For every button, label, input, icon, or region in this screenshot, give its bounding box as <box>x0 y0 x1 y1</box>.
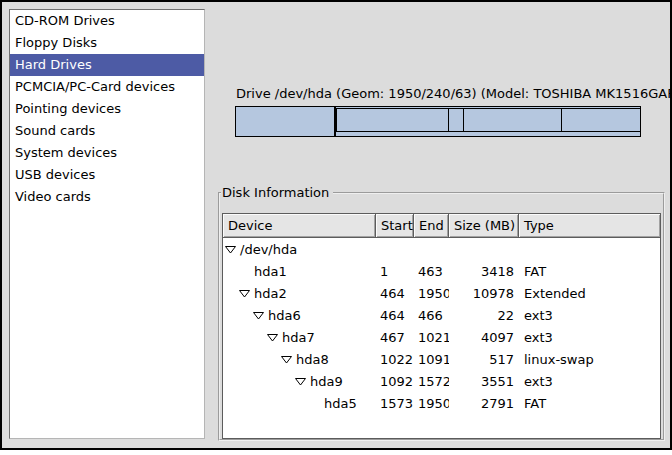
cell-type: Extended <box>519 286 660 301</box>
cell-end: 1950 <box>414 396 449 411</box>
device-label: hda9 <box>310 374 343 389</box>
device-label: hda6 <box>268 308 301 323</box>
table-row-hda8[interactable]: hda810221091517linux-swap <box>223 348 660 370</box>
sidebar-item-video-cards[interactable]: Video cards <box>10 186 204 208</box>
device-label: /dev/hda <box>240 242 297 257</box>
expander-icon[interactable] <box>295 377 310 386</box>
cell-end: 1572 <box>414 374 449 389</box>
cell-size: 2791 <box>449 396 519 411</box>
sidebar-item-cd-rom-drives[interactable]: CD-ROM Drives <box>10 10 204 32</box>
cell-start: 1092 <box>376 374 414 389</box>
cell-device: hda6 <box>223 308 376 323</box>
frame-label: Disk Information <box>221 185 333 200</box>
cell-type: ext3 <box>519 330 660 345</box>
cell-device: hda1 <box>223 264 376 279</box>
table-body: /dev/hdahda114633418FAThda2464195010978E… <box>223 238 660 414</box>
device-label: hda7 <box>282 330 315 345</box>
column-header-size-mb[interactable]: Size (MB) <box>449 214 519 238</box>
cell-size: 517 <box>449 352 519 367</box>
cell-start: 464 <box>376 286 414 301</box>
disk-table: DeviceStartEndSize (MB)Type /dev/hdahda1… <box>222 213 661 439</box>
cell-start: 464 <box>376 308 414 323</box>
table-row-hda6[interactable]: hda646446622ext3 <box>223 304 660 326</box>
cell-size: 3551 <box>449 374 519 389</box>
expander-icon[interactable] <box>267 333 282 342</box>
column-header-start[interactable]: Start <box>376 214 414 238</box>
cell-type: ext3 <box>519 308 660 323</box>
partition-segment-hda9 <box>464 109 562 131</box>
cell-device: hda2 <box>223 286 376 301</box>
table-row-hda9[interactable]: hda9109215723551ext3 <box>223 370 660 392</box>
sidebar-item-sound-cards[interactable]: Sound cards <box>10 120 204 142</box>
expander-icon[interactable] <box>239 289 254 298</box>
device-label: hda2 <box>254 286 287 301</box>
column-header-device[interactable]: Device <box>223 214 376 238</box>
cell-type: ext3 <box>519 374 660 389</box>
sidebar-list[interactable]: CD-ROM DrivesFloppy DisksHard DrivesPCMC… <box>9 9 205 439</box>
cell-start: 1022 <box>376 352 414 367</box>
cell-size: 3418 <box>449 264 519 279</box>
partition-logical-segments <box>336 108 640 132</box>
hardware-browser-window: CD-ROM DrivesFloppy DisksHard DrivesPCMC… <box>0 0 672 450</box>
cell-device: hda7 <box>223 330 376 345</box>
cell-end: 1091 <box>414 352 449 367</box>
cell-end: 1950 <box>414 286 449 301</box>
column-header-end[interactable]: End <box>414 214 449 238</box>
sidebar-item-hard-drives[interactable]: Hard Drives <box>10 54 204 76</box>
cell-type: linux-swap <box>519 352 660 367</box>
table-row-hda5[interactable]: hda5157319502791FAT <box>223 392 660 414</box>
cell-end: 463 <box>414 264 449 279</box>
cell-end: 1021 <box>414 330 449 345</box>
table-row-hda1[interactable]: hda114633418FAT <box>223 260 660 282</box>
column-header-type[interactable]: Type <box>519 214 660 238</box>
device-label: hda8 <box>296 352 329 367</box>
table-row-hda7[interactable]: hda746710214097ext3 <box>223 326 660 348</box>
partition-segment-hda7 <box>337 109 449 131</box>
expander-icon[interactable] <box>225 245 240 254</box>
table-row-dev-hda[interactable]: /dev/hda <box>223 238 660 260</box>
cell-size: 10978 <box>449 286 519 301</box>
sidebar-item-pcmcia-pc-card-devices[interactable]: PCMCIA/PC-Card devices <box>10 76 204 98</box>
sidebar-item-pointing-devices[interactable]: Pointing devices <box>10 98 204 120</box>
drive-label: Drive /dev/hda (Geom: 1950/240/63) (Mode… <box>236 86 672 101</box>
cell-device: hda9 <box>223 374 376 389</box>
cell-device: hda8 <box>223 352 376 367</box>
expander-icon[interactable] <box>253 311 268 320</box>
partition-segment-hda8 <box>449 109 464 131</box>
expander-icon[interactable] <box>281 355 296 364</box>
partition-segment-hda5 <box>562 109 640 131</box>
cell-start: 467 <box>376 330 414 345</box>
cell-device: hda5 <box>223 396 376 411</box>
sidebar-item-usb-devices[interactable]: USB devices <box>10 164 204 186</box>
table-row-hda2[interactable]: hda2464195010978Extended <box>223 282 660 304</box>
partition-segment-hda1 <box>236 107 335 136</box>
partition-segment-extended <box>335 107 640 136</box>
cell-size: 4097 <box>449 330 519 345</box>
device-label: hda1 <box>254 264 287 279</box>
cell-start: 1 <box>376 264 414 279</box>
partition-bar <box>235 106 641 137</box>
cell-type: FAT <box>519 396 660 411</box>
cell-size: 22 <box>449 308 519 323</box>
sidebar-item-system-devices[interactable]: System devices <box>10 142 204 164</box>
sidebar-item-floppy-disks[interactable]: Floppy Disks <box>10 32 204 54</box>
table-header: DeviceStartEndSize (MB)Type <box>223 214 660 238</box>
cell-end: 466 <box>414 308 449 323</box>
device-label: hda5 <box>324 396 357 411</box>
cell-device: /dev/hda <box>223 242 376 257</box>
cell-type: FAT <box>519 264 660 279</box>
cell-start: 1573 <box>376 396 414 411</box>
